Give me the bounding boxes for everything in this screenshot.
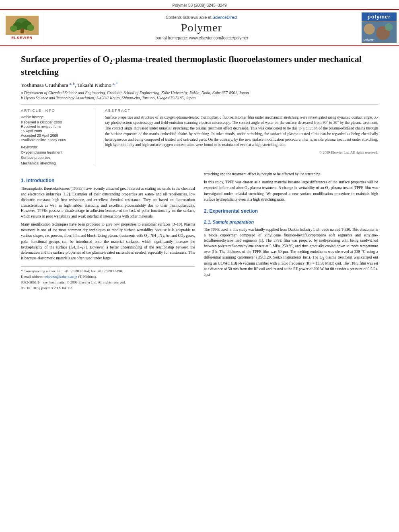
body-columns: 1. Introduction Thermoplastic fluoroelas…	[21, 172, 378, 291]
abstract-box: ABSTRACT Surface properties and structur…	[105, 109, 378, 166]
sciencedirect-link[interactable]: ScienceDirect	[212, 15, 237, 20]
polymer-cover-icon: polymer	[362, 21, 397, 43]
email-link[interactable]: tnishino@kobe-u.ac.jp	[44, 275, 77, 279]
intro-p1: Thermoplastic fluoroelastomers (TPFEs) h…	[21, 186, 195, 220]
svg-point-10	[385, 23, 393, 31]
journal-homepage: journal homepage: www.elsevier.com/locat…	[155, 36, 249, 40]
elsevier-logo-box: ELSEVIER	[0, 10, 44, 45]
section2-heading-text: 2. Experimental section	[204, 208, 258, 214]
doi-line: doi:10.1016/j.polymer.2009.04.062	[21, 286, 195, 291]
intro-p4: In this study, TPFE was chosen as a star…	[204, 180, 378, 203]
subsection21-heading: 2.1. Sample preparation	[204, 219, 378, 226]
contents-line: Contents lists available at ScienceDirec…	[166, 15, 237, 20]
article-info-box: ARTICLE INFO Article history: Received 9…	[21, 109, 95, 166]
footnote-star: * Corresponding author. Tel.: +81 78 803…	[21, 269, 195, 274]
affiliation-a: a Department of Chemical Science and Eng…	[21, 90, 378, 95]
footnote-email: E-mail address: tnishino@kobe-u.ac.jp (T…	[21, 274, 195, 279]
authors-line: Yoshimasa Urushihara a, b, Takashi Nishi…	[21, 82, 378, 88]
elsevier-text: ELSEVIER	[11, 36, 33, 40]
journal-center: Contents lists available at ScienceDirec…	[44, 10, 359, 45]
subsection21-text: 2.1. Sample preparation	[204, 220, 254, 224]
cite-text: Polymer 50 (2009) 3245–3249	[172, 3, 226, 8]
info-abstract-row: ARTICLE INFO Article history: Received 9…	[21, 109, 378, 166]
divider-1	[21, 104, 378, 105]
journal-banner: ELSEVIER Contents lists available at Sci…	[0, 9, 399, 46]
revised-label: Received in revised form	[21, 125, 89, 129]
article-header-area: Surface properties of O2-plasma-treated …	[0, 53, 399, 166]
intro-p2: Many modification techniques have been p…	[21, 222, 195, 261]
page-header: Polymer 50 (2009) 3245–3249	[0, 0, 399, 9]
svg-rect-4	[21, 29, 24, 33]
abstract-label: ABSTRACT	[105, 109, 378, 113]
polymer-cover-image: polymer	[362, 21, 397, 43]
sample-prep-p1: The TPFE used in this study was kindly s…	[204, 227, 378, 278]
footnote-area: * Corresponding author. Tel.: +81 78 803…	[21, 266, 195, 291]
page: Polymer 50 (2009) 3245–3249 ELSEVIER Con…	[0, 0, 399, 532]
keyword-3: Mechanical stretching	[21, 161, 89, 166]
available-date: Available online 7 May 2009	[21, 138, 89, 142]
elsevier-tree-icon	[6, 16, 39, 35]
main-content-area: 1. Introduction Thermoplastic fluoroelas…	[0, 172, 399, 291]
article-title: Surface properties of O2-plasma-treated …	[21, 53, 378, 78]
polymer-brand-label: polymer	[362, 12, 397, 21]
issn-line: 0032-3861/$ – see front matter © 2009 El…	[21, 280, 195, 285]
revised-date: 15 April 2009	[21, 129, 89, 133]
received-date: Received 9 October 2008	[21, 120, 89, 124]
svg-point-8	[364, 24, 375, 35]
section1-heading-text: 1. Introduction	[21, 178, 54, 183]
section2-heading: 2. Experimental section	[204, 208, 378, 215]
keyword-1: Oxygen plasma treatment	[21, 150, 89, 156]
section1-heading: 1. Introduction	[21, 177, 195, 184]
accepted-date: Accepted 25 April 2009	[21, 134, 89, 138]
journal-title: Polymer	[181, 21, 222, 34]
polymer-logo-box: polymer polymer	[359, 10, 399, 45]
body-col-left: 1. Introduction Thermoplastic fluoroelas…	[21, 172, 195, 291]
article-info-label: ARTICLE INFO	[21, 109, 89, 113]
affiliation-b: b Hyogo Science and Technology Associati…	[21, 96, 378, 100]
svg-point-5	[10, 25, 17, 32]
history-label: Article history:	[21, 115, 89, 119]
abstract-text: Surface properties and structure of an o…	[105, 115, 378, 148]
svg-point-6	[27, 25, 34, 31]
keywords-label-text: Keywords:	[21, 145, 38, 149]
keyword-2: Surface properties	[21, 155, 89, 161]
intro-p3: stretching and the treatment effect is t…	[204, 172, 378, 177]
svg-text:polymer: polymer	[364, 38, 375, 41]
keywords-label: Keywords:	[21, 145, 89, 149]
body-col-right: stretching and the treatment effect is t…	[204, 172, 378, 291]
copyright-line: © 2009 Elsevier Ltd. All rights reserved…	[105, 150, 378, 154]
